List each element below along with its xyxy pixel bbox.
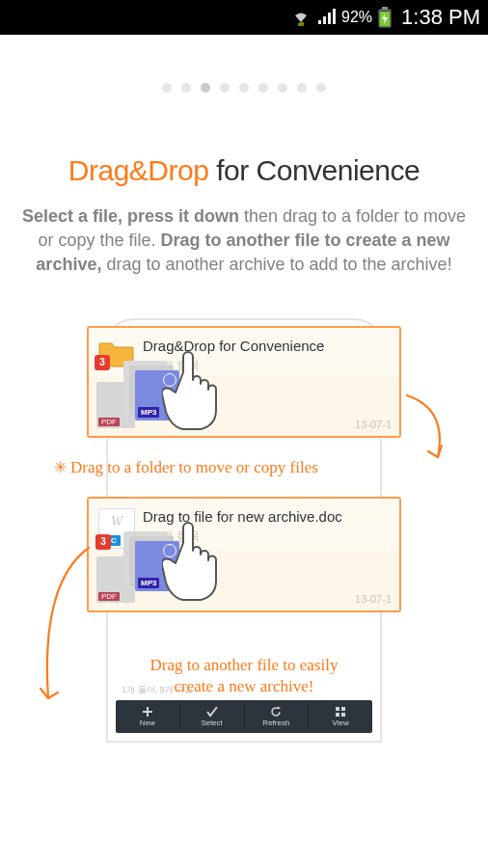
page-dot[interactable]	[316, 83, 326, 93]
illustration-mockup: 1개 폴더, 5개 파일 New Select Refresh View	[66, 326, 422, 699]
page-dot-active[interactable]	[201, 83, 210, 93]
page-dot[interactable]	[239, 83, 249, 93]
toolbar-new: New	[116, 704, 180, 729]
svg-rect-4	[341, 707, 345, 711]
drag-file-stack: MP3	[123, 531, 179, 591]
page-dot[interactable]	[297, 83, 307, 93]
description: Select a file, press it down then drag t…	[0, 204, 488, 278]
toolbar-new-label: New	[140, 719, 155, 727]
card1-date: 13-07-1	[355, 419, 392, 430]
battery-percent: 92%	[341, 9, 372, 26]
demo-card-folder: 3 Drag&Drop for Convenience 126개 항목 1306…	[87, 326, 401, 438]
hand-pointer-icon	[162, 518, 220, 605]
desc-text-2: drag to another archive to add to the ar…	[101, 255, 451, 274]
count-badge: 3	[95, 355, 110, 370]
page-dot[interactable]	[220, 83, 230, 93]
annotation-2-line1: Drag to another file to easily	[150, 656, 339, 674]
mp3-tag: MP3	[138, 578, 159, 588]
page-title: Drag&Drop for Convenience	[0, 154, 488, 187]
page-dot[interactable]	[278, 83, 287, 93]
svg-rect-1	[382, 7, 388, 10]
title-highlight: Drag&Drop	[68, 154, 209, 186]
annotation-2-line2: create a new archive!	[175, 677, 314, 695]
onboarding-page: Drag&Drop for Convenience Select a file,…	[0, 35, 488, 868]
toolbar-refresh-label: Refresh	[262, 719, 289, 727]
toolbar-select: Select	[180, 704, 245, 729]
signal-icon	[316, 9, 336, 26]
page-dot[interactable]	[181, 83, 191, 93]
wifi-icon	[291, 9, 311, 26]
demo-card-file: DOC 3 Drag to file for new archive.doc 1…	[87, 497, 401, 612]
phone-toolbar: New Select Refresh View	[116, 700, 372, 733]
hand-pointer-icon	[162, 347, 220, 434]
annotation-2: Drag to another file to easily create a …	[66, 655, 422, 699]
battery-icon	[378, 7, 392, 28]
toolbar-select-label: Select	[202, 719, 223, 727]
toolbar-refresh: Refresh	[245, 704, 310, 729]
toolbar-view-label: View	[333, 719, 349, 727]
status-time: 1:38 PM	[401, 5, 480, 30]
drag-file-stack: MP3	[123, 361, 179, 420]
svg-rect-6	[341, 713, 345, 717]
card2-date: 13-07-1	[355, 593, 392, 605]
page-dot[interactable]	[162, 83, 172, 93]
page-dot[interactable]	[258, 83, 268, 93]
title-rest: for Convenience	[208, 154, 420, 186]
svg-rect-5	[336, 713, 339, 717]
svg-rect-3	[336, 707, 339, 711]
mp3-tag: MP3	[138, 407, 159, 418]
pagination-dots[interactable]	[0, 35, 488, 93]
toolbar-view: View	[309, 704, 372, 729]
status-bar: 92% 1:38 PM	[0, 0, 488, 35]
annotation-1: Drag to a folder to move or copy files	[54, 457, 422, 479]
desc-bold-1: Select a file, press it down	[22, 206, 239, 226]
